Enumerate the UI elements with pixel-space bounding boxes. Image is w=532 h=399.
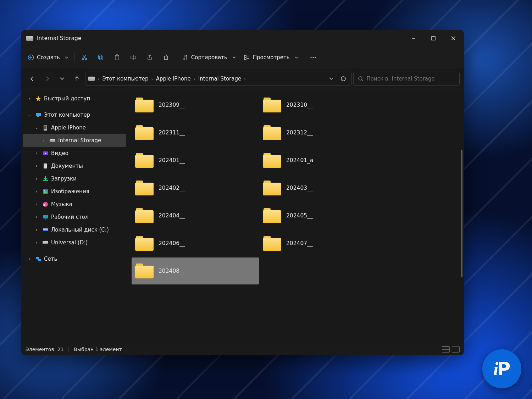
search-box[interactable] [353, 72, 460, 86]
folder-item[interactable]: 202401_a [259, 147, 387, 174]
image-icon [42, 188, 49, 195]
folder-item[interactable]: 202309__ [132, 92, 259, 118]
item-count: Элементов: 21 [26, 347, 64, 352]
expand-icon[interactable]: › [33, 164, 40, 168]
close-button[interactable] [443, 30, 463, 46]
tree-item[interactable]: ›Universal (D:) [23, 236, 126, 249]
tree-item[interactable]: ›Internal Storage [23, 134, 126, 147]
chevron-down-icon[interactable] [329, 76, 334, 81]
svg-point-41 [44, 190, 45, 192]
copy-button[interactable] [93, 50, 109, 65]
expand-icon[interactable]: › [33, 151, 40, 156]
svg-point-7 [82, 58, 84, 60]
tree-item-label: Видео [51, 150, 68, 156]
tree-item[interactable]: ›Быстрый доступ [23, 92, 126, 105]
tree-item[interactable]: ›Изображения [23, 185, 126, 198]
breadcrumb-segment[interactable]: Internal Storage [198, 76, 241, 82]
tree-item[interactable]: ›Документы [23, 160, 126, 172]
minimize-button[interactable] [404, 30, 423, 46]
tree-item[interactable]: ›Загрузки [23, 172, 126, 185]
network-icon [35, 255, 42, 262]
folder-item[interactable]: 202408__ [132, 257, 259, 284]
maximize-button[interactable] [423, 30, 443, 46]
folder-item[interactable]: 202310__ [259, 92, 387, 118]
expand-icon[interactable]: › [40, 138, 47, 143]
scrollbar[interactable] [461, 150, 462, 277]
window-title: Internal Storage [37, 35, 404, 41]
tree-item-label: Быстрый доступ [44, 95, 90, 102]
forward-button[interactable] [40, 72, 54, 85]
watermark-badge: iP [482, 349, 521, 388]
rename-button[interactable] [126, 50, 141, 65]
folder-icon [135, 264, 154, 278]
folder-item[interactable]: 202401__ [132, 147, 259, 174]
expand-icon[interactable]: › [33, 189, 40, 194]
tree-item[interactable]: ⌄Apple iPhone [23, 121, 126, 134]
tree-item[interactable]: ›Сеть [23, 253, 126, 265]
recent-button[interactable] [55, 72, 69, 85]
svg-rect-30 [44, 126, 47, 129]
svg-rect-49 [43, 243, 48, 244]
expand-icon[interactable]: › [26, 96, 33, 101]
search-input[interactable] [367, 76, 455, 82]
new-button-label: Создать [37, 54, 60, 61]
expand-icon[interactable]: › [33, 176, 40, 181]
folder-name: 202405__ [286, 212, 313, 219]
view-button[interactable]: Просмотреть [240, 50, 302, 65]
icons-view-button[interactable] [452, 346, 460, 353]
tree-item[interactable]: ›Локальный диск (C:) [23, 223, 126, 236]
new-button[interactable]: Создать [24, 50, 72, 65]
folder-item[interactable]: 202312__ [259, 119, 387, 146]
expand-icon[interactable]: ⌄ [26, 112, 33, 117]
svg-rect-17 [244, 55, 246, 57]
expand-icon[interactable]: › [33, 202, 40, 207]
folder-item[interactable]: 202406__ [132, 230, 259, 257]
folder-item[interactable]: 202311__ [132, 119, 259, 146]
expand-icon[interactable]: › [33, 240, 40, 245]
expand-icon[interactable]: › [33, 227, 40, 232]
tree-item[interactable]: ›Рабочий стол [23, 211, 126, 223]
tree-item-label: Universal (D:) [51, 239, 88, 246]
paste-button[interactable] [109, 50, 125, 65]
tree-item[interactable]: ⌄Этот компьютер [23, 109, 126, 121]
address-bar[interactable]: › Этот компьютер › Apple iPhone › Intern… [85, 72, 352, 86]
svg-point-23 [315, 57, 316, 58]
cut-button[interactable] [77, 50, 92, 65]
folder-icon [263, 153, 281, 168]
tree-item[interactable]: ›Музыка [23, 198, 126, 211]
folder-name: 202406__ [159, 240, 185, 246]
sort-button-label: Сортировать [191, 54, 227, 61]
svg-point-22 [312, 57, 314, 58]
breadcrumb-segment[interactable]: Этот компьютер [102, 76, 148, 82]
svg-rect-50 [36, 257, 39, 259]
tree-item-label: Локальный диск (C:) [51, 227, 109, 233]
folder-item[interactable]: 202404__ [132, 202, 259, 229]
folder-icon [135, 153, 154, 168]
tree-item[interactable]: ›Видео [23, 147, 126, 160]
folder-item[interactable]: 202407__ [259, 230, 387, 257]
back-button[interactable] [26, 72, 39, 85]
expand-icon[interactable]: › [33, 215, 40, 220]
folder-item[interactable]: 202405__ [259, 202, 387, 229]
folder-name: 202401__ [159, 157, 185, 164]
titlebar[interactable]: Internal Storage [21, 30, 464, 46]
expand-icon[interactable]: › [26, 256, 33, 261]
folder-item[interactable]: 202402__ [132, 174, 259, 201]
expand-icon[interactable]: ⌄ [33, 125, 40, 130]
refresh-icon[interactable] [340, 76, 347, 82]
plus-circle-icon [28, 54, 34, 61]
folder-item[interactable]: 202403__ [259, 174, 387, 201]
drive-icon [26, 36, 33, 41]
sort-button[interactable]: Сортировать [178, 50, 239, 65]
up-button[interactable] [70, 72, 84, 85]
share-icon [146, 54, 153, 61]
breadcrumb-segment[interactable]: Apple iPhone [156, 76, 191, 82]
layout-icon [244, 54, 250, 61]
navigation-pane[interactable]: ›Быстрый доступ⌄Этот компьютер⌄Apple iPh… [21, 89, 128, 343]
folder-name: 202310__ [286, 102, 313, 108]
share-button[interactable] [142, 50, 157, 65]
content-pane[interactable]: 202309__202310__202311__202312__202401__… [128, 89, 464, 343]
details-view-button[interactable] [442, 346, 450, 353]
more-button[interactable] [305, 50, 321, 65]
delete-button[interactable] [158, 50, 174, 65]
